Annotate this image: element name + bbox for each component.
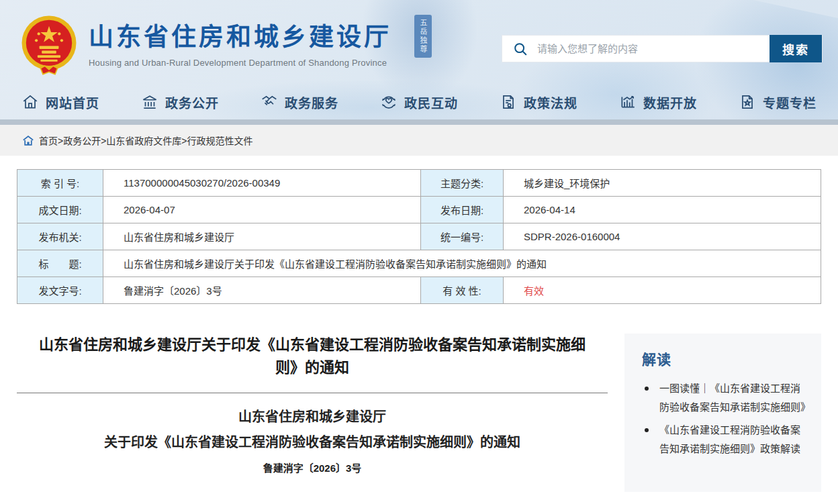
nav-item-label: 专题专栏: [763, 93, 817, 111]
nav-item-special-topics[interactable]: 专题专栏: [739, 93, 817, 111]
table-row: 成文日期: 2026-04-07 发布日期: 2026-04-14: [17, 197, 821, 223]
nav-item-public-interaction[interactable]: 政民互动: [380, 93, 458, 111]
nav-item-policies[interactable]: 政策法规: [500, 93, 577, 111]
date-published-value: 2026-04-14: [504, 197, 821, 223]
index-number-value: 113700000045030270/2026-00349: [103, 170, 421, 197]
doc-title-line2: 关于印发《山东省建设工程消防验收备案告知承诺制实施细则》的通知: [17, 430, 608, 455]
home-icon: [21, 93, 39, 111]
issuing-org-value: 山东省住房和城乡建设厅: [103, 223, 421, 250]
site-header: 五岳独尊 山东省住房和城乡建设厅 Housing and Urban-Rural…: [0, 0, 838, 125]
doc-number-label: 发文字号:: [17, 277, 103, 304]
nav-item-gov-disclosure[interactable]: 政务公开: [141, 93, 219, 111]
unified-number-value: SDPR-2026-0160004: [504, 223, 821, 250]
date-published-label: 发布日期:: [421, 197, 504, 223]
interpretation-sidebar: 解读 一图读懂｜《山东省建设工程消防验收备案告知承诺制实施细则》 《山东省建设工…: [624, 334, 821, 492]
category-value: 城乡建设_环境保护: [504, 170, 821, 197]
issuing-org-label: 发布机关:: [17, 223, 103, 250]
nav-item-label: 数据开放: [643, 93, 697, 111]
date-written-value: 2026-04-07: [103, 197, 421, 223]
policy-document-icon: [500, 93, 517, 111]
site-subtitle: Housing and Urban-Rural Development Depa…: [89, 58, 391, 68]
doc-title-line1: 山东省住房和城乡建设厅: [17, 404, 608, 430]
star-page-icon: [739, 93, 756, 111]
site-brand: 山东省住房和城乡建设厅 Housing and Urban-Rural Deve…: [19, 13, 391, 77]
search-bar: 搜索: [502, 35, 823, 62]
nav-item-label: 政务服务: [285, 93, 338, 111]
table-row: 发文字号: 鲁建消字〔2026〕3号 有 效 性: 有效: [17, 277, 821, 304]
content-area: 山东省住房和城乡建设厅关于印发《山东省建设工程消防验收备案告知承诺制实施细则》的…: [17, 334, 821, 492]
search-button[interactable]: 搜索: [770, 35, 822, 62]
search-input[interactable]: [528, 36, 770, 62]
table-row: 发布机关: 山东省住房和城乡建设厅 统一编号: SDPR-2026-016000…: [17, 223, 821, 250]
heart-hands-icon: [380, 93, 398, 111]
brand-text: 山东省住房和城乡建设厅 Housing and Urban-Rural Deve…: [89, 23, 391, 68]
unified-number-label: 统一编号:: [421, 223, 504, 250]
main-navigation: 网站首页 政务公开 政务服务 政民互动 政策法规 数据开放 专题专栏: [0, 85, 838, 119]
mountain-artwork-text: 五岳独尊: [414, 15, 432, 58]
document-meta-table: 索 引 号: 113700000045030270/2026-00349 主题分…: [17, 169, 821, 304]
nav-item-home[interactable]: 网站首页: [21, 93, 99, 111]
index-number-label: 索 引 号:: [17, 170, 103, 197]
list-item[interactable]: 一图读懂｜《山东省建设工程消防验收备案告知承诺制实施细则》: [642, 379, 806, 417]
table-row: 索 引 号: 113700000045030270/2026-00349 主题分…: [17, 170, 821, 197]
category-label: 主题分类:: [421, 170, 504, 197]
breadcrumb-path[interactable]: 首页>政务公开>山东省政府文件库>行政规范性文件: [39, 134, 253, 147]
site-title: 山东省住房和城乡建设厅: [89, 23, 391, 52]
sidebar-title: 解读: [642, 348, 806, 368]
nav-item-label: 政策法规: [524, 93, 577, 111]
national-emblem-logo: [19, 13, 79, 77]
data-chart-icon: [619, 93, 637, 111]
page-title: 山东省住房和城乡建设厅关于印发《山东省建设工程消防验收备案告知承诺制实施细则》的…: [17, 334, 608, 379]
nav-item-label: 政民互动: [404, 93, 458, 111]
table-row: 标 题: 山东省住房和城乡建设厅关于印发《山东省建设工程消防验收备案告知承诺制实…: [17, 250, 821, 277]
title-label: 标 题:: [17, 250, 103, 277]
interpretation-list: 一图读懂｜《山东省建设工程消防验收备案告知承诺制实施细则》 《山东省建设工程消防…: [642, 379, 806, 458]
breadcrumb-home-icon: [23, 136, 34, 146]
handshake-icon: [261, 93, 278, 111]
breadcrumb: 首页>政务公开>山东省政府文件库>行政规范性文件: [0, 125, 838, 156]
nav-item-label: 网站首页: [46, 93, 99, 111]
nav-item-open-data[interactable]: 数据开放: [619, 93, 697, 111]
page-body: 索 引 号: 113700000045030270/2026-00349 主题分…: [0, 169, 838, 492]
title-value: 山东省住房和城乡建设厅关于印发《山东省建设工程消防验收备案告知承诺制实施细则》的…: [103, 250, 821, 277]
doc-number-value: 鲁建消字〔2026〕3号: [103, 277, 421, 304]
validity-label: 有 效 性:: [421, 277, 504, 304]
nav-item-label: 政务公开: [165, 93, 219, 111]
article-column: 山东省住房和城乡建设厅关于印发《山东省建设工程消防验收备案告知承诺制实施细则》的…: [17, 334, 608, 492]
nav-item-gov-services[interactable]: 政务服务: [261, 93, 338, 111]
government-building-icon: [141, 93, 158, 111]
search-icon: [513, 42, 528, 56]
header-divider-strip: [0, 119, 838, 125]
list-item[interactable]: 《山东省建设工程消防验收备案告知承诺制实施细则》政策解读: [642, 421, 806, 458]
title-divider: [17, 393, 608, 393]
date-written-label: 成文日期:: [17, 197, 103, 223]
validity-value: 有效: [504, 277, 821, 304]
doc-number: 鲁建消字〔2026〕3号: [17, 460, 608, 474]
